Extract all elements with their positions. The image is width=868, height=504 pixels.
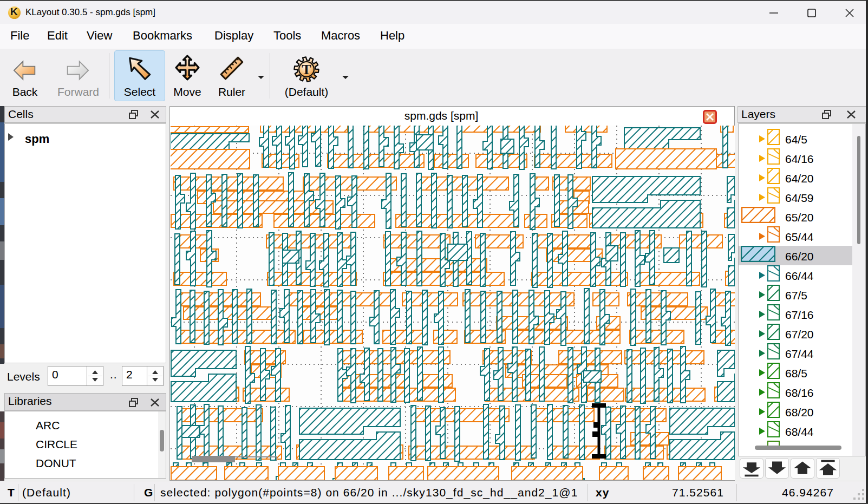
svg-text:T: T [302, 62, 311, 77]
